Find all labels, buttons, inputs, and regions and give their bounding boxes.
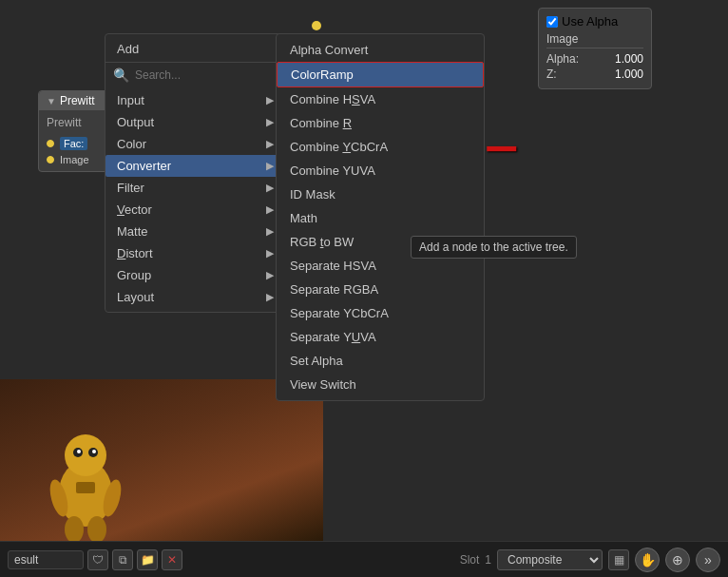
close-button[interactable]: ✕ — [162, 549, 182, 570]
view-icon: ▦ — [614, 553, 624, 567]
submenu-separate-hsva-label: Separate HSVA — [290, 259, 376, 273]
submenu-combine-hsva[interactable]: Combine HSVA — [277, 87, 484, 111]
menu-item-color-label: Color — [117, 137, 146, 151]
add-menu: Add 🔍 Input ▶ Output ▶ Color ▶ Converter… — [105, 33, 286, 313]
menu-item-output-arrow: ▶ — [266, 116, 274, 128]
folder-button[interactable]: 📁 — [137, 549, 158, 570]
menu-item-distort-arrow: ▶ — [266, 247, 274, 260]
image-z-row: Z: 1.000 — [546, 67, 643, 81]
submenu-id-mask[interactable]: ID Mask — [277, 183, 484, 206]
close-icon: ✕ — [167, 553, 177, 567]
submenu-separate-yuva-label: Separate YUVA — [290, 330, 376, 344]
menu-item-input[interactable]: Input ▶ — [105, 89, 285, 111]
bottom-bar-left: 🛡 ⧉ 📁 ✕ — [8, 549, 454, 570]
submenu-separate-rgba[interactable]: Separate RGBA — [277, 278, 484, 301]
submenu-colorramp[interactable]: ColorRamp — [277, 62, 484, 87]
submenu-math[interactable]: Math — [277, 206, 484, 230]
image-alpha-row: Alpha: 1.000 — [546, 52, 643, 66]
menu-item-layout-label: Layout — [117, 290, 154, 304]
menu-item-converter[interactable]: Converter ▶ — [105, 155, 285, 177]
view-select[interactable]: Composite Render Result Viewer Node — [497, 549, 603, 570]
submenu-alpha-convert[interactable]: Alpha Convert — [277, 38, 484, 62]
submenu-combine-hsva-label: Combine HSVA — [290, 92, 375, 106]
hand-button[interactable]: ✋ — [635, 548, 660, 572]
shield-button[interactable]: 🛡 — [87, 549, 108, 570]
menu-item-group-label: Group — [117, 268, 151, 282]
prewitt-header-label: Prewitt — [60, 94, 95, 107]
menu-item-vector-label: Vector — [117, 202, 152, 217]
menu-item-output[interactable]: Output ▶ — [105, 111, 285, 133]
copy-button[interactable]: ⧉ — [112, 549, 133, 570]
submenu-separate-ycbcra-label: Separate YCbCrA — [290, 306, 389, 320]
alpha-value: 1.000 — [615, 52, 643, 66]
search-icon: 🔍 — [113, 67, 129, 83]
submenu-alpha-convert-label: Alpha Convert — [290, 43, 368, 57]
submenu-view-switch-label: View Switch — [290, 377, 356, 392]
alpha-label: Alpha: — [546, 52, 579, 66]
fac-label: Fac: — [60, 137, 87, 150]
menu-item-layout[interactable]: Layout ▶ — [105, 286, 285, 308]
fac-socket-dot — [47, 140, 54, 147]
submenu-combine-yuva-label: Combine YUVA — [290, 163, 375, 178]
use-alpha-row: Use Alpha — [546, 14, 643, 29]
submenu-colorramp-label: ColorRamp — [291, 67, 354, 82]
hand-icon: ✋ — [640, 552, 656, 567]
result-input[interactable] — [8, 550, 84, 569]
menu-item-matte-label: Matte — [117, 224, 148, 239]
copy-icon: ⧉ — [119, 553, 127, 567]
menu-item-vector[interactable]: Vector ▶ — [105, 199, 285, 221]
image-node-panel: Use Alpha Image Alpha: 1.000 Z: 1.000 — [538, 8, 652, 89]
image-socket-label: Image — [60, 154, 89, 165]
add-menu-title: Add — [105, 38, 285, 63]
submenu-combine-ycbcra[interactable]: Combine YCbCrA — [277, 135, 484, 159]
zoom-button[interactable]: ⊕ — [665, 548, 690, 572]
menu-item-matte[interactable]: Matte ▶ — [105, 221, 285, 242]
slot-number: 1 — [485, 553, 491, 567]
menu-item-group[interactable]: Group ▶ — [105, 264, 285, 286]
menu-item-input-arrow: ▶ — [266, 94, 274, 106]
svg-point-4 — [77, 450, 81, 453]
submenu-view-switch[interactable]: View Switch — [277, 373, 484, 396]
submenu-set-alpha-label: Set Alpha — [290, 354, 343, 368]
submenu-rgb-to-bw-label: RGB to BW — [290, 235, 354, 249]
menu-item-distort[interactable]: Distort ▶ — [105, 242, 285, 264]
menu-item-distort-label: Distort — [117, 246, 153, 260]
menu-item-input-label: Input — [117, 93, 144, 107]
search-row: 🔍 — [105, 65, 285, 86]
shield-icon: 🛡 — [92, 553, 104, 567]
prewitt-collapse-arrow[interactable]: ▼ — [47, 96, 56, 106]
menu-item-group-arrow: ▶ — [266, 269, 274, 281]
svg-point-1 — [65, 434, 106, 476]
submenu-separate-yuva[interactable]: Separate YUVA — [277, 325, 484, 349]
extra-icon: » — [704, 552, 712, 567]
image-node-title: Image — [546, 32, 643, 48]
submenu-combine-ycbcra-label: Combine YCbCrA — [290, 140, 388, 154]
menu-item-matte-arrow: ▶ — [266, 225, 274, 238]
menu-item-layout-arrow: ▶ — [266, 291, 274, 303]
zoom-icon: ⊕ — [672, 552, 683, 567]
search-input[interactable] — [135, 68, 278, 82]
submenu-combine-rgba[interactable]: Combine R — [277, 111, 484, 135]
submenu-combine-yuva[interactable]: Combine YUVA — [277, 159, 484, 183]
svg-rect-10 — [76, 482, 95, 493]
image-socket-dot — [47, 156, 54, 163]
menu-item-output-label: Output — [117, 115, 154, 129]
use-alpha-label: Use Alpha — [562, 14, 618, 29]
folder-icon: 📁 — [141, 553, 155, 567]
converter-submenu: Alpha Convert ColorRamp Combine HSVA Com… — [276, 33, 485, 401]
submenu-separate-ycbcra[interactable]: Separate YCbCrA — [277, 301, 484, 325]
menu-item-color[interactable]: Color ▶ — [105, 133, 285, 155]
menu-item-filter[interactable]: Filter ▶ — [105, 177, 285, 199]
menu-item-vector-arrow: ▶ — [266, 203, 274, 216]
submenu-set-alpha[interactable]: Set Alpha — [277, 349, 484, 373]
connector-dot — [312, 21, 321, 30]
extra-button[interactable]: » — [696, 548, 720, 572]
menu-item-filter-label: Filter — [117, 181, 144, 195]
use-alpha-checkbox[interactable] — [546, 16, 558, 28]
bottom-bar: 🛡 ⧉ 📁 ✕ Slot 1 Composite Render Result V… — [0, 541, 728, 577]
menu-item-converter-arrow: ▶ — [266, 160, 274, 172]
submenu-math-label: Math — [290, 211, 317, 225]
svg-point-5 — [92, 450, 96, 453]
3d-scene-area — [0, 379, 323, 541]
view-icon-button[interactable]: ▦ — [608, 549, 629, 570]
